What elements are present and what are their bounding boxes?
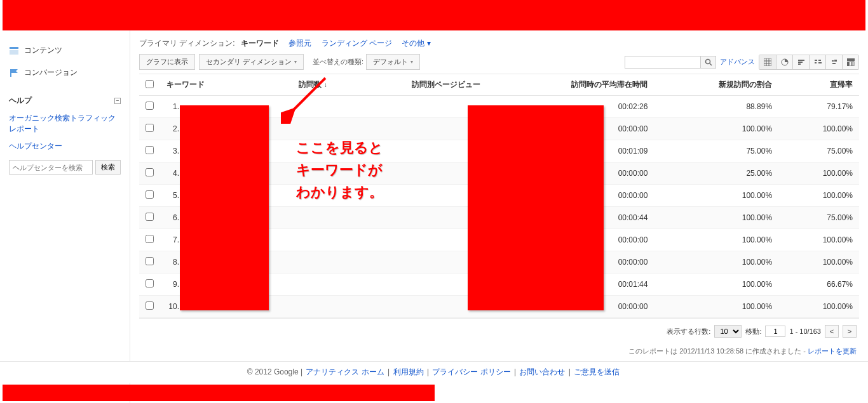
prev-page-button[interactable]: < (825, 325, 839, 338)
row-checkbox[interactable] (146, 190, 154, 199)
cell-bounce: 79.17% (778, 96, 859, 118)
svg-rect-20 (832, 63, 836, 64)
redaction-keywords (180, 105, 269, 310)
view-pivot-icon[interactable] (842, 55, 858, 69)
sort-type-button[interactable]: デフォルト▾ (366, 54, 420, 70)
help-link-organic[interactable]: オーガニック検索トラフィック レポート (9, 110, 121, 138)
row-checkbox[interactable] (146, 301, 154, 310)
svg-rect-18 (832, 60, 834, 62)
dimension-option-landing[interactable]: ランディング ページ (322, 39, 392, 48)
row-checkbox[interactable] (146, 257, 154, 265)
dimension-option-other[interactable]: その他 ▾ (402, 39, 430, 48)
redaction-top (3, 0, 865, 30)
svg-rect-11 (798, 60, 804, 61)
pagination: 表示する行数: 10 移動: 1 - 10/163 < > (139, 318, 859, 344)
header-keyword[interactable]: キーワード (160, 74, 256, 96)
row-checkbox[interactable] (146, 102, 154, 110)
footer-link-feedback[interactable]: ご意見を送信 (574, 367, 620, 376)
rows-select[interactable]: 10 (714, 325, 742, 338)
svg-rect-23 (850, 62, 851, 66)
dimension-selected[interactable]: キーワード (241, 39, 279, 48)
search-icon (705, 58, 712, 66)
help-search-input[interactable] (9, 160, 93, 175)
next-page-button[interactable]: > (843, 325, 857, 338)
header-avg-time[interactable]: 訪問時の平均滞在時間 (487, 74, 654, 96)
svg-rect-24 (852, 62, 854, 66)
cell-bounce: 100.00% (778, 118, 859, 140)
select-all-checkbox[interactable] (146, 80, 154, 88)
cell-new-pct: 25.00% (654, 162, 778, 185)
annotation-text: ここを見ると キーワードが わかります。 (296, 136, 383, 204)
cell-bounce: 75.00% (778, 207, 859, 229)
cell-bounce: 100.00% (778, 162, 859, 185)
view-bar-icon[interactable] (792, 55, 809, 69)
cell-new-pct: 88.89% (654, 96, 778, 118)
view-pie-icon[interactable] (776, 55, 792, 69)
svg-rect-12 (798, 62, 803, 63)
cell-bounce: 100.00% (778, 251, 859, 274)
secondary-dimension-button[interactable]: セカンダリ ディメンション▾ (199, 54, 304, 70)
table-search-input[interactable] (625, 56, 701, 69)
cell-new-pct: 100.00% (654, 229, 778, 251)
report-timestamp: このレポートは 2012/11/13 10:28:58 に作成されました - レ… (139, 344, 859, 362)
svg-rect-13 (798, 63, 801, 65)
dimension-option-source[interactable]: 参照元 (288, 39, 311, 48)
row-checkbox[interactable] (146, 235, 154, 243)
chart-button[interactable]: グラフに表示 (139, 54, 195, 70)
collapse-icon[interactable]: − (114, 98, 121, 104)
cell-bounce: 100.00% (778, 229, 859, 251)
footer-link-contact[interactable]: お問い合わせ (519, 367, 565, 376)
view-cloud-icon[interactable] (825, 55, 842, 69)
row-checkbox[interactable] (146, 279, 154, 287)
cell-new-pct: 100.00% (654, 251, 778, 274)
cell-new-pct: 100.00% (654, 118, 778, 140)
sidebar-item-content[interactable]: コンテンツ (0, 39, 130, 62)
cell-pages-per-visit (334, 96, 487, 118)
footer-link-home[interactable]: アナリティクス ホーム (306, 367, 384, 376)
header-checkbox (139, 74, 160, 96)
cell-new-pct: 100.00% (654, 274, 778, 296)
header-bounce[interactable]: 直帰率 (778, 74, 859, 96)
row-checkbox[interactable] (146, 124, 154, 132)
svg-rect-14 (815, 60, 817, 61)
svg-rect-17 (818, 62, 822, 63)
dimension-label: プライマリ ディメンション: (139, 39, 235, 48)
footer-link-privacy[interactable]: プライバシー ポリシー (432, 367, 510, 376)
header-pages-per-visit[interactable]: 訪問別ページビュー (334, 74, 487, 96)
svg-rect-0 (10, 47, 18, 49)
svg-point-3 (705, 59, 710, 63)
cell-pages-per-visit (334, 229, 487, 251)
primary-dimension-row: プライマリ ディメンション: キーワード 参照元 ランディング ページ その他 … (139, 38, 859, 49)
cell-new-pct: 100.00% (654, 185, 778, 207)
view-comparison-icon[interactable] (809, 55, 825, 69)
cell-new-pct: 100.00% (654, 296, 778, 318)
cell-bounce: 66.67% (778, 274, 859, 296)
row-checkbox[interactable] (146, 168, 154, 176)
cell-bounce: 100.00% (778, 296, 859, 318)
sidebar-item-conversion[interactable]: コンバージョン (0, 62, 130, 84)
footer-link-terms[interactable]: 利用規約 (393, 367, 424, 376)
row-checkbox[interactable] (146, 213, 154, 221)
rows-label: 表示する行数: (667, 327, 710, 336)
redaction-visits (468, 105, 604, 310)
cell-bounce: 100.00% (778, 185, 859, 207)
cell-new-pct: 100.00% (654, 207, 778, 229)
view-table-icon[interactable] (759, 55, 776, 69)
cell-pages-per-visit (334, 207, 487, 229)
sidebar: コンテンツ コンバージョン ヘルプ − オーガニック検索トラフィック レポート … (0, 30, 130, 403)
help-search-button[interactable]: 検索 (95, 160, 121, 175)
goto-label: 移動: (745, 327, 761, 336)
goto-input[interactable] (765, 326, 785, 337)
header-new-visit-pct[interactable]: 新規訪問の割合 (654, 74, 778, 96)
sort-label: 並べ替えの種類: (313, 57, 363, 67)
caret-icon: ▾ (410, 59, 413, 65)
help-link-center[interactable]: ヘルプセンター (9, 138, 121, 155)
svg-rect-1 (10, 50, 18, 55)
sidebar-item-label: コンテンツ (24, 45, 62, 56)
table-search-button[interactable] (701, 56, 716, 69)
advanced-link[interactable]: アドバンス (720, 57, 755, 67)
row-checkbox[interactable] (146, 146, 154, 154)
refresh-report-link[interactable]: レポートを更新 (808, 347, 857, 355)
toolbar: グラフに表示 セカンダリ ディメンション▾ 並べ替えの種類: デフォルト▾ アド… (139, 54, 859, 70)
cell-new-pct: 75.00% (654, 140, 778, 162)
